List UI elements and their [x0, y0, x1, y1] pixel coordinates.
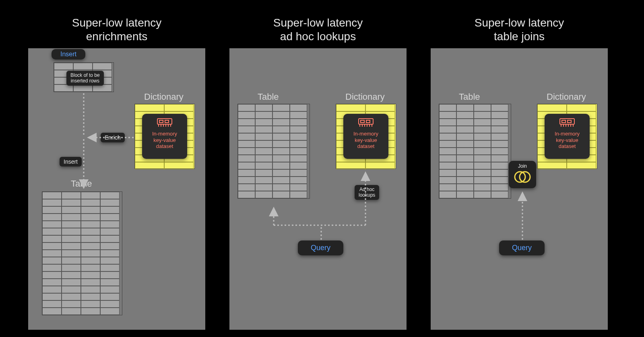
- title-line: enrichments: [86, 30, 148, 43]
- panel2-title: Super-low latency ad hoc lookups: [229, 16, 407, 43]
- svg-rect-2: [165, 120, 169, 123]
- query-button: Query: [499, 240, 545, 255]
- title-line: Super-low latency: [72, 16, 162, 29]
- pill-label: Query: [512, 244, 532, 252]
- svg-rect-27: [568, 120, 571, 123]
- dictionary-grid: In-memory key-value dataset: [134, 104, 195, 169]
- svg-rect-26: [562, 120, 566, 123]
- ram-chip-icon: [358, 118, 374, 129]
- inmemory-chip: In-memory key-value dataset: [545, 114, 590, 159]
- pill-line: lookups: [359, 192, 375, 198]
- title-line: ad hoc lookups: [280, 30, 356, 43]
- insert-label-small: Insert: [60, 157, 82, 166]
- block-rows-caption: Block of to be inserted rows: [66, 71, 104, 86]
- panel-joins: Table Dictionary: [431, 48, 608, 330]
- pill-label: Enrich: [105, 134, 121, 141]
- dictionary-grid: In-memory key-value dataset: [336, 104, 396, 169]
- panel1-title: Super-low latency enrichments: [28, 16, 205, 43]
- pill-label: Insert: [60, 51, 76, 58]
- dictionary-label: Dictionary: [144, 92, 184, 102]
- join-badge: Join: [509, 161, 536, 188]
- table-grid: [439, 104, 511, 199]
- panel-enrichments: Insert Block of to be inserted rows Dict…: [28, 48, 205, 330]
- table-label: Table: [459, 92, 480, 102]
- chip-text: In-memory key-value dataset: [343, 131, 388, 150]
- svg-rect-1: [159, 120, 163, 123]
- ram-chip-icon: [559, 118, 575, 129]
- query-button: Query: [298, 240, 343, 255]
- svg-rect-13: [361, 120, 364, 123]
- pill-line: inserted rows: [71, 78, 99, 84]
- dictionary-label: Dictionary: [547, 92, 586, 102]
- diagram-stage: Super-low latency enrichments Super-low …: [0, 0, 644, 337]
- venn-join-icon: [513, 170, 532, 184]
- pill-line: Ad hoc: [359, 187, 374, 192]
- inmemory-chip: In-memory key-value dataset: [343, 114, 388, 159]
- panel-lookups: Table Dictionary: [229, 48, 407, 330]
- title-line: table joins: [494, 30, 545, 43]
- table-label: Table: [258, 92, 279, 102]
- table-label: Table: [71, 179, 92, 189]
- title-line: Super-low latency: [273, 16, 363, 29]
- chip-text: In-memory key-value dataset: [545, 131, 590, 150]
- join-label: Join: [509, 163, 536, 169]
- insert-button: Insert: [52, 49, 85, 60]
- panel3-title: Super-low latency table joins: [431, 16, 608, 43]
- chip-text: In-memory key-value dataset: [142, 131, 187, 150]
- svg-rect-14: [366, 120, 370, 123]
- table-grid: [237, 104, 310, 199]
- ram-chip-icon: [157, 118, 173, 129]
- title-line: Super-low latency: [475, 16, 564, 29]
- pill-label: Insert: [64, 158, 78, 165]
- table-grid-large: [42, 191, 122, 315]
- enrich-label: Enrich: [101, 133, 125, 142]
- dictionary-grid: In-memory key-value dataset: [537, 104, 597, 169]
- adhoc-lookups-label: Ad hoc lookups: [355, 185, 379, 200]
- dictionary-label: Dictionary: [345, 92, 385, 102]
- pill-label: Query: [311, 244, 330, 252]
- pill-line: Block of to be: [70, 72, 100, 78]
- inmemory-chip: In-memory key-value dataset: [142, 114, 187, 159]
